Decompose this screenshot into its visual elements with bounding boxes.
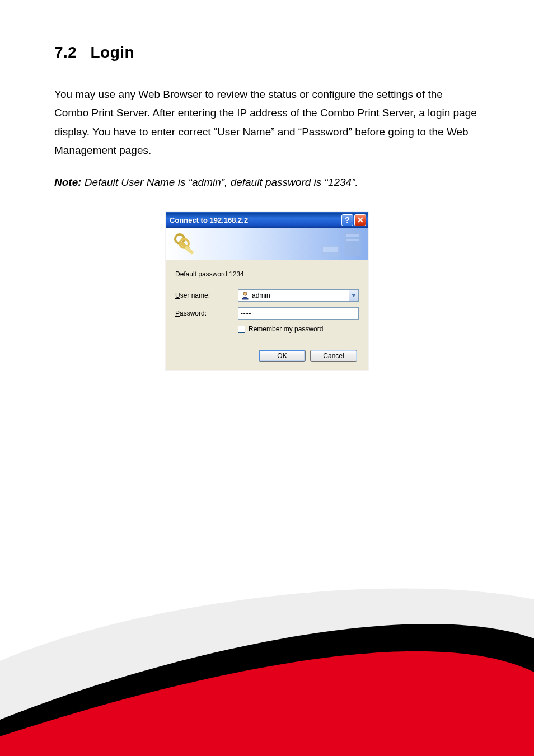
svg-rect-3 — [184, 246, 194, 255]
server-icon — [315, 229, 366, 260]
note-paragraph: Note: Default User Name is “admin”, defa… — [54, 173, 480, 191]
ok-button[interactable]: OK — [259, 350, 306, 362]
password-label: Password: — [175, 309, 238, 317]
keys-icon — [172, 231, 196, 256]
username-label: User name: — [175, 292, 238, 299]
realm-text: Default password:1234 — [175, 270, 359, 278]
dialog-header-band — [166, 228, 368, 260]
section-number: 7.2 — [54, 44, 77, 62]
auth-dialog: Connect to 192.168.2.2 ? ✕ Defaul — [166, 212, 368, 370]
remember-checkbox[interactable] — [238, 326, 245, 333]
svg-rect-5 — [346, 234, 359, 237]
note-body: Default User Name is “admin”, default pa… — [82, 176, 358, 188]
user-head-icon — [241, 291, 250, 300]
titlebar[interactable]: Connect to 192.168.2.2 ? ✕ — [166, 212, 368, 228]
password-value: •••• — [241, 311, 251, 317]
section-title: Login — [90, 44, 134, 61]
svg-point-9 — [243, 292, 247, 295]
svg-rect-8 — [323, 247, 338, 252]
note-label: Note: — [54, 176, 82, 188]
chevron-down-icon[interactable] — [349, 290, 358, 301]
footer-swoosh — [0, 566, 534, 756]
section-heading: 7.2Login — [54, 44, 480, 62]
username-value: admin — [252, 292, 349, 299]
remember-label: Remember my password — [249, 325, 323, 333]
text-caret — [252, 310, 252, 317]
cancel-button[interactable]: Cancel — [310, 350, 357, 362]
password-field[interactable]: •••• — [238, 307, 359, 320]
svg-rect-6 — [346, 239, 359, 241]
intro-paragraph: You may use any Web Browser to review th… — [54, 85, 480, 159]
help-icon[interactable]: ? — [341, 214, 353, 226]
close-icon[interactable]: ✕ — [354, 214, 366, 226]
username-field[interactable]: admin — [238, 289, 359, 302]
titlebar-text: Connect to 192.168.2.2 — [170, 216, 341, 224]
